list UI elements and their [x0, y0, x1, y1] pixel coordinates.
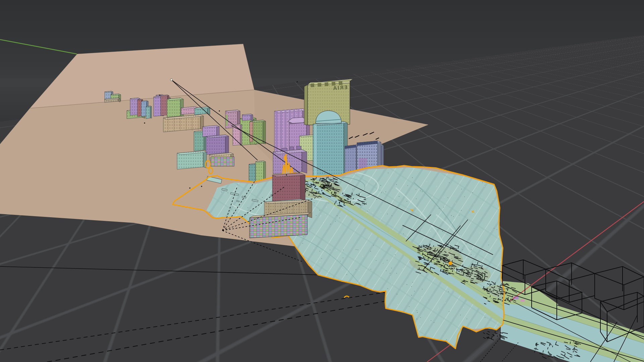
axis-y	[0, 40, 77, 54]
3d-viewport[interactable]: ERIA	[0, 0, 644, 362]
highway-strip[interactable]	[501, 281, 644, 362]
building-sign-text: ERIA	[332, 84, 348, 91]
scene-layer: ERIA	[0, 0, 644, 362]
scan-terrain-mesh[interactable]	[173, 157, 517, 355]
